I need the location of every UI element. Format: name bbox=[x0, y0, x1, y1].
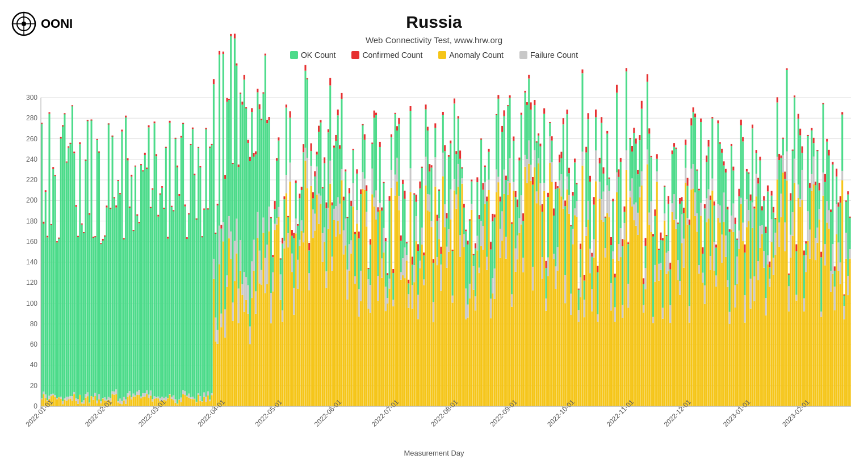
x-axis-label: Measurement Day bbox=[0, 449, 868, 457]
ooni-logo-icon bbox=[11, 11, 36, 36]
logo-text: OONI bbox=[41, 16, 73, 31]
logo: OONI bbox=[11, 11, 73, 36]
main-chart-canvas bbox=[0, 0, 868, 463]
